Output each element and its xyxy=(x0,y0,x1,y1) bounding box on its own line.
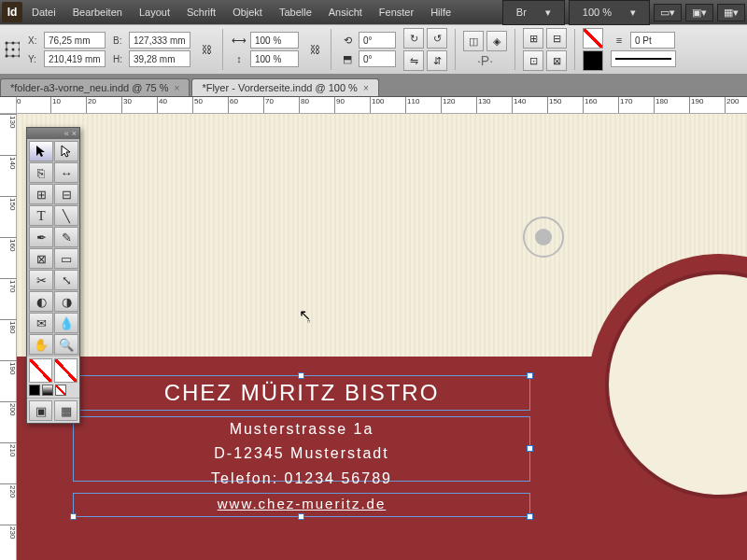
ruler-horizontal[interactable]: 0102030405060708090100110120130140150160… xyxy=(17,97,747,114)
tab-folder[interactable]: *folder-a3-vorne_neu.indd @ 75 %× xyxy=(0,78,190,96)
svg-point-8 xyxy=(12,55,15,58)
gap-tool[interactable]: ↔ xyxy=(54,162,78,183)
pencil-tool[interactable]: ✎ xyxy=(54,227,78,247)
tools-panel[interactable]: «× ⎘ ↔ ⊞ ⊟ T ╲ ✒ ✎ ⊠ ▭ ✂ ⤡ ◐ ◑ ✉ 💧 ✋ 🔍 ▣… xyxy=(26,127,80,424)
canvas[interactable]: M CHEZ MÜRITZ BISTRO Musterstrasse 1a D-… xyxy=(17,114,747,560)
svg-point-7 xyxy=(6,55,8,58)
rotate-ccw-button[interactable]: ↺ xyxy=(427,28,447,49)
x-label: X: xyxy=(28,35,41,46)
rotate-input[interactable] xyxy=(359,32,396,49)
rectangle-frame-tool[interactable]: ⊠ xyxy=(29,248,53,269)
workspace: 130140150160170180190200210220230 M CHEZ… xyxy=(0,114,747,560)
scale-x-icon: ⟷ xyxy=(231,32,247,49)
rectangle-tool[interactable]: ▭ xyxy=(54,248,78,269)
text-frame-title[interactable]: CHEZ MÜRITZ BISTRO xyxy=(73,375,530,411)
close-icon[interactable]: × xyxy=(72,129,77,138)
menu-schrift[interactable]: Schrift xyxy=(179,3,223,21)
free-transform-tool[interactable]: ⤡ xyxy=(54,270,78,290)
view-mode-preview[interactable]: ▦ xyxy=(54,400,78,421)
align-button-2[interactable]: ⊟ xyxy=(546,28,567,49)
guide-circle xyxy=(523,217,564,258)
menu-objekt[interactable]: Objekt xyxy=(225,3,270,21)
shear-input[interactable] xyxy=(359,50,396,67)
page-tool[interactable]: ⎘ xyxy=(29,162,53,183)
stroke-swatch[interactable] xyxy=(583,50,603,71)
text-frame-url[interactable]: www.chez-mueritz.de xyxy=(73,493,530,517)
apply-color-button[interactable] xyxy=(29,385,40,396)
svg-point-3 xyxy=(19,42,21,45)
menu-bearbeiten[interactable]: Bearbeiten xyxy=(65,3,130,21)
constrain-wh-icon[interactable]: ⛓ xyxy=(198,41,215,58)
select-container-button[interactable]: ◫ xyxy=(463,31,484,51)
svg-point-5 xyxy=(12,49,15,51)
scale-y-input[interactable] xyxy=(250,50,299,67)
menu-fenster[interactable]: Fenster xyxy=(372,3,421,21)
stroke-color-swatch[interactable] xyxy=(54,358,78,383)
flyer-line2: D-12345 Musterstadt xyxy=(74,441,529,466)
rotate-cw-button[interactable]: ↻ xyxy=(403,28,424,49)
gradient-feather-tool[interactable]: ◑ xyxy=(54,291,78,312)
collapse-icon[interactable]: « xyxy=(64,129,69,138)
direct-selection-tool[interactable] xyxy=(54,141,78,161)
w-input[interactable] xyxy=(129,32,190,49)
bridge-button[interactable]: Br▾ xyxy=(502,0,565,25)
content-placer-tool[interactable]: ⊟ xyxy=(54,184,78,204)
close-icon[interactable]: × xyxy=(175,83,180,93)
pen-tool[interactable]: ✒ xyxy=(29,227,53,247)
selection-tool[interactable] xyxy=(29,141,53,161)
w-label: B: xyxy=(113,35,126,46)
view-mode-button[interactable]: ▭▾ xyxy=(654,4,682,21)
menu-ansicht[interactable]: Ansicht xyxy=(321,3,370,21)
content-collector-tool[interactable]: ⊞ xyxy=(29,184,53,204)
ruler-origin[interactable] xyxy=(0,97,17,114)
fill-color-swatch[interactable] xyxy=(29,358,52,383)
y-label: Y: xyxy=(28,54,41,64)
scale-y-icon: ↕ xyxy=(231,50,247,67)
flip-h-button[interactable]: ⇋ xyxy=(403,50,424,71)
ruler-vertical[interactable]: 130140150160170180190200210220230 xyxy=(0,114,17,560)
flip-v-button[interactable]: ⇵ xyxy=(427,50,447,71)
line-tool[interactable]: ╲ xyxy=(54,205,78,226)
stroke-weight-input[interactable] xyxy=(630,32,675,49)
page: M CHEZ MÜRITZ BISTRO Musterstrasse 1a D-… xyxy=(9,114,747,560)
apply-gradient-button[interactable] xyxy=(42,385,53,396)
menu-datei[interactable]: Datei xyxy=(24,3,63,21)
h-input[interactable] xyxy=(129,50,190,67)
apply-none-button[interactable] xyxy=(55,385,66,396)
menu-tabelle[interactable]: Tabelle xyxy=(272,3,319,21)
align-button-1[interactable]: ⊞ xyxy=(523,28,543,49)
arrange-button[interactable]: ▦▾ xyxy=(717,4,745,21)
menu-layout[interactable]: Layout xyxy=(132,3,177,21)
zoom-tool[interactable]: 🔍 xyxy=(54,334,78,355)
tools-panel-header[interactable]: «× xyxy=(27,128,79,139)
eyedropper-tool[interactable]: 💧 xyxy=(54,313,78,333)
scissors-tool[interactable]: ✂ xyxy=(29,270,53,290)
fill-swatch[interactable] xyxy=(583,28,603,49)
select-content-button[interactable]: ◈ xyxy=(486,31,507,51)
shear-icon: ⬒ xyxy=(339,50,356,67)
svg-point-1 xyxy=(6,42,8,45)
align-button-4[interactable]: ⊠ xyxy=(546,50,567,71)
flyer-line3: Telefon: 01234 56789 xyxy=(74,467,529,491)
constrain-scale-icon[interactable]: ⛓ xyxy=(306,41,323,58)
rotate-icon: ⟲ xyxy=(339,32,356,49)
type-tool[interactable]: T xyxy=(29,205,53,226)
note-tool[interactable]: ✉ xyxy=(29,313,53,333)
x-input[interactable] xyxy=(44,32,106,49)
cursor-icon: ↖▫ xyxy=(299,306,314,324)
tab-flyer[interactable]: *Flyer - Vorderseite.indd @ 100 %× xyxy=(191,78,378,96)
text-frame-address[interactable]: Musterstrasse 1a D-12345 Musterstadt Tel… xyxy=(73,416,530,482)
menu-hilfe[interactable]: Hilfe xyxy=(423,3,458,21)
screen-mode-button[interactable]: ▣▾ xyxy=(685,4,713,21)
align-button-3[interactable]: ⊡ xyxy=(523,50,543,71)
zoom-level[interactable]: 100 %▾ xyxy=(569,0,650,25)
scale-x-input[interactable] xyxy=(250,32,299,49)
gradient-swatch-tool[interactable]: ◐ xyxy=(29,291,53,312)
hand-tool[interactable]: ✋ xyxy=(29,334,53,355)
svg-point-4 xyxy=(6,49,8,51)
stroke-style-dropdown[interactable] xyxy=(611,50,676,67)
y-input[interactable] xyxy=(44,50,106,67)
close-icon[interactable]: × xyxy=(363,83,369,93)
view-mode-normal[interactable]: ▣ xyxy=(29,400,52,421)
reference-point-icon[interactable] xyxy=(4,41,21,58)
